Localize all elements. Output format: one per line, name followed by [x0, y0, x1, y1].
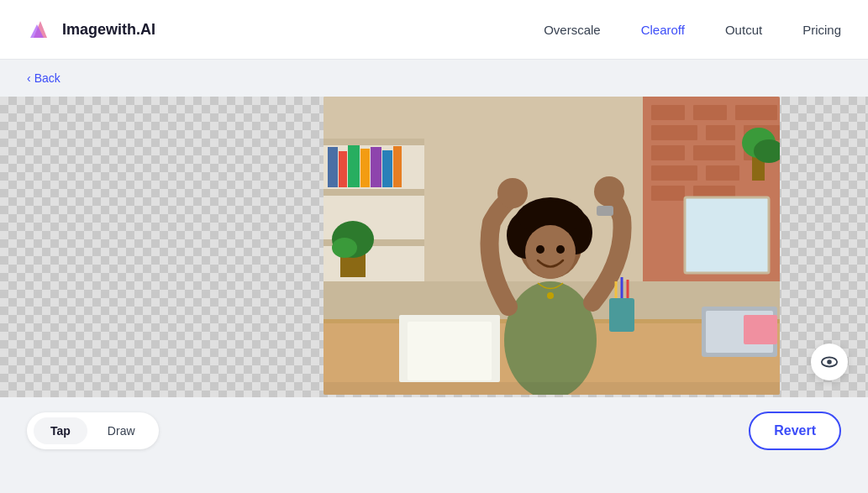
back-chevron-icon: ‹ — [27, 71, 31, 85]
svg-rect-30 — [393, 146, 402, 187]
svg-rect-61 — [324, 382, 780, 395]
svg-rect-9 — [706, 125, 735, 140]
nav-pricing[interactable]: Pricing — [802, 23, 841, 37]
svg-rect-12 — [693, 145, 735, 160]
svg-point-49 — [594, 176, 624, 207]
main-image-container — [324, 97, 780, 395]
svg-rect-15 — [706, 165, 739, 181]
svg-rect-16 — [651, 186, 685, 201]
back-label: Back — [34, 71, 60, 85]
svg-point-47 — [556, 245, 565, 254]
svg-point-63 — [827, 359, 832, 365]
svg-point-33 — [332, 238, 357, 258]
svg-point-51 — [547, 292, 554, 299]
svg-rect-27 — [360, 149, 370, 187]
svg-point-48 — [497, 178, 528, 208]
svg-rect-6 — [693, 105, 727, 120]
svg-rect-14 — [651, 165, 697, 181]
svg-rect-5 — [651, 105, 685, 120]
nav-overscale[interactable]: Overscale — [544, 23, 601, 37]
logo-text: Imagewith.AI — [62, 21, 155, 39]
svg-rect-29 — [382, 150, 392, 187]
back-button[interactable]: ‹ Back — [27, 71, 60, 85]
svg-rect-25 — [339, 151, 347, 187]
svg-rect-11 — [651, 145, 685, 160]
svg-rect-26 — [348, 145, 360, 187]
svg-rect-59 — [408, 322, 492, 380]
canvas-area — [0, 97, 868, 397]
svg-rect-7 — [735, 105, 777, 120]
tool-toggle-group: Tap Draw — [27, 412, 159, 449]
svg-point-46 — [536, 245, 544, 254]
svg-rect-54 — [609, 298, 634, 332]
back-bar: ‹ Back — [0, 60, 868, 97]
nav-clearoff[interactable]: Clearoff — [641, 23, 685, 37]
tap-tool-button[interactable]: Tap — [34, 417, 87, 444]
eye-icon — [820, 353, 839, 371]
bottom-toolbar: Tap Draw Revert — [0, 397, 868, 464]
svg-rect-21 — [324, 139, 424, 145]
logo-area: Imagewith.AI — [27, 16, 155, 43]
svg-rect-8 — [651, 125, 697, 140]
nav-outcut[interactable]: Outcut — [725, 23, 762, 37]
main-image — [324, 97, 780, 395]
nav: Overscale Clearoff Outcut Pricing — [544, 23, 841, 37]
svg-rect-18 — [685, 197, 769, 273]
svg-point-45 — [525, 225, 576, 279]
revert-button[interactable]: Revert — [749, 412, 841, 450]
eye-toggle-button[interactable] — [811, 344, 848, 380]
svg-rect-50 — [597, 206, 613, 216]
svg-rect-28 — [371, 147, 381, 187]
svg-rect-22 — [324, 189, 424, 196]
header: Imagewith.AI Overscale Clearoff Outcut P… — [0, 0, 868, 60]
logo-icon — [27, 16, 54, 43]
draw-tool-button[interactable]: Draw — [91, 417, 152, 444]
svg-rect-60 — [744, 315, 777, 344]
svg-rect-24 — [328, 147, 338, 187]
